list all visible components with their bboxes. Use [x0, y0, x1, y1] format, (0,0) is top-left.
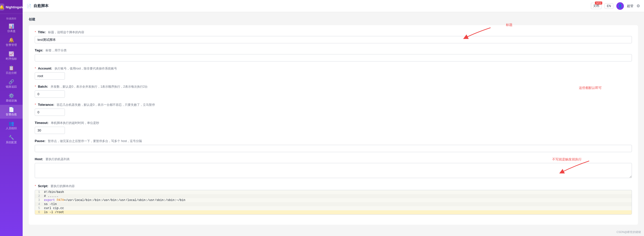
new-badge: NEW [595, 2, 602, 5]
script-line-2: 2 # ...... [35, 194, 632, 198]
topbar-left: 📄 自愈脚本 [27, 4, 49, 8]
timeout-label: Timeout: 单机脚本执行的超时时间，单位是秒 [35, 121, 632, 125]
alert-icon: 🔔 [9, 38, 14, 42]
title-label-desc: 标题，说明这个脚本的内容 [48, 30, 84, 34]
script-line-3: 3 export PATH=/usr/local/bin:/bin:/usr/b… [35, 198, 632, 202]
host-label: Host: 要执行的机器列表 [35, 157, 632, 161]
host-annotation: 不写就是触发就执行 [552, 157, 582, 162]
script-line-6: 6 ls -l /root [35, 210, 632, 214]
script-line-1: 1 #!/bin/bash [35, 190, 632, 194]
pause-label-desc: 暂停点，做完某台之后暂停一下，要暂停多台，写多个 host，逗号分隔 [48, 139, 142, 143]
sidebar-item-system[interactable]: 🔧 系统配置 [0, 133, 23, 147]
en-lang-button[interactable]: EN [605, 3, 613, 9]
sidebar-label-system: 系统配置 [6, 141, 17, 144]
quick-jump-label: 快速跳转 [0, 14, 23, 21]
title-field: * Title: 标题，说明这个脚本的内容 标题 [35, 30, 632, 43]
host-textarea[interactable] [35, 163, 632, 178]
timeseries-icon: 📈 [9, 52, 14, 56]
settings-icon[interactable]: ⚙ [636, 4, 640, 8]
log-icon: 📋 [9, 66, 14, 70]
dashboard-icon: 📊 [9, 24, 14, 28]
script-line-5: 5 curl cip.cc [35, 206, 632, 210]
pause-label-key: Pause: [35, 139, 46, 143]
title-label-key: Title: [38, 30, 46, 34]
user-avatar: 👤 [616, 2, 624, 10]
form-card: * Title: 标题，说明这个脚本的内容 标题 [29, 25, 638, 225]
script-required-mark: * [35, 184, 36, 188]
sidebar-label-alert: 告警管理 [6, 43, 17, 47]
sidebar-item-trace[interactable]: 🔗 链路追踪 [0, 77, 23, 91]
topbar-right: 文档 NEW EN 👤 超管 ⚙ [591, 2, 640, 10]
pause-input[interactable] [35, 145, 632, 152]
selfheal-icon: 📄 [9, 107, 14, 112]
script-label: * Script: 要执行的脚本内容 [35, 184, 632, 188]
page-icon: 📄 [27, 4, 31, 8]
batch-field: * Batch: 并发数，默认是0，表示全并发执行，1表示顺序执行，2表示每次执… [35, 85, 632, 98]
account-input[interactable] [35, 72, 65, 80]
sidebar-item-timeseries[interactable]: 📈 时序指标 [0, 49, 23, 63]
sidebar-item-basic[interactable]: ⚙️ 基础设施 [0, 91, 23, 105]
host-label-desc: 要执行的机器列表 [46, 157, 70, 161]
trace-icon: 🔗 [9, 80, 14, 84]
host-label-key: Host: [35, 157, 43, 161]
create-section-title: 创建 [29, 17, 638, 22]
sidebar-item-dashboard[interactable]: 📊 仪表盘 [0, 21, 23, 35]
app-name: Nightingale [6, 5, 24, 9]
timeout-label-desc: 单机脚本执行的超时时间，单位是秒 [51, 121, 99, 125]
sidebar-label-timeseries: 时序指标 [6, 57, 17, 60]
defaults-annotation: 这些都默认即可 [579, 86, 602, 90]
org-icon: 👥 [9, 121, 14, 126]
sidebar-label-dashboard: 仪表盘 [7, 29, 16, 33]
script-label-desc: 要执行的脚本内容 [51, 184, 75, 188]
tolerance-input[interactable] [35, 109, 65, 116]
sidebar-item-org[interactable]: 👥 人员组织 [0, 119, 23, 132]
tags-label: Tags: 标签，用于分类 [35, 48, 632, 53]
script-line-4: 4 ss -tln [35, 202, 632, 206]
sidebar-item-alert[interactable]: 🔔 告警管理 [0, 35, 23, 49]
batch-label-key: Batch: [38, 85, 48, 88]
batch-required-mark: * [35, 85, 36, 88]
sidebar-label-log: 日志分析 [6, 71, 17, 75]
account-required-mark: * [35, 66, 36, 70]
tags-field: Tags: 标签，用于分类 [35, 48, 632, 61]
timeout-label-key: Timeout: [35, 121, 49, 125]
logo-icon: 🔔 [0, 4, 4, 11]
batch-label: * Batch: 并发数，默认是0，表示全并发执行，1表示顺序执行，2表示每次执… [35, 85, 632, 89]
host-field: Host: 要执行的机器列表 不写就是触发就执行 [35, 157, 632, 179]
username: 超管 [627, 4, 633, 8]
sidebar-label-basic: 基础设施 [6, 99, 17, 102]
tolerance-label: * Tolerance: 容忍几台机器失败，默认是0，表示一台都不容忍，只要失败… [35, 103, 632, 107]
pause-field: Pause: 暂停点，做完某台之后暂停一下，要暂停多台，写多个 host，逗号分… [35, 139, 632, 152]
tolerance-label-key: Tolerance: [38, 103, 54, 107]
account-label-key: Account: [38, 66, 52, 70]
batch-input[interactable] [35, 90, 65, 98]
sidebar-label-org: 人员组织 [6, 127, 17, 130]
system-icon: 🔧 [9, 135, 14, 140]
sidebar-label-selfheal: 告警自愈 [6, 113, 17, 116]
doc-lang-button[interactable]: 文档 NEW [591, 3, 601, 9]
title-input[interactable] [35, 36, 632, 43]
main-area: 📄 自愈脚本 文档 NEW EN 👤 超管 ⚙ 创建 * Title: [23, 0, 644, 236]
sidebar-item-selfheal[interactable]: 📄 告警自愈 [0, 105, 23, 119]
tags-label-key: Tags: [35, 48, 43, 52]
sidebar-item-log[interactable]: 📋 日志分析 [0, 63, 23, 77]
timeout-input[interactable] [35, 127, 65, 134]
title-required-mark: * [35, 30, 36, 34]
script-label-key: Script: [38, 184, 48, 188]
pause-label: Pause: 暂停点，做完某台之后暂停一下，要暂停多台，写多个 host，逗号分… [35, 139, 632, 143]
timeout-field: Timeout: 单机脚本执行的超时时间，单位是秒 [35, 121, 632, 134]
basic-icon: ⚙️ [9, 93, 14, 98]
script-editor[interactable]: 1 #!/bin/bash 2 # ...... 3 export PATH=/… [35, 190, 632, 215]
title-label: * Title: 标题，说明这个脚本的内容 [35, 30, 632, 35]
en-label: EN [607, 4, 611, 8]
tolerance-label-desc: 容忍几台机器失败，默认是0，表示一台都不容忍，只要失败了，立马暂停 [57, 103, 155, 107]
app-logo: 🔔 Nightingale [0, 0, 23, 14]
sidebar: 🔔 Nightingale 快速跳转 📊 仪表盘 🔔 告警管理 📈 时序指标 📋… [0, 0, 23, 236]
tags-input[interactable] [35, 54, 632, 61]
script-field: * Script: 要执行的脚本内容 1 #!/bin/bash 2 # ...… [35, 184, 632, 215]
content-area: 创建 * Title: 标题，说明这个脚本的内容 标题 [23, 12, 644, 236]
account-label-desc: 执行账号，值用root，除非要代表操作系统账号 [55, 67, 117, 70]
batch-label-desc: 并发数，默认是0，表示全并发执行，1表示顺序执行，2表示每次执行2台 [51, 85, 148, 88]
tolerance-required-mark: * [35, 103, 36, 107]
page-title: 自愈脚本 [33, 4, 49, 8]
